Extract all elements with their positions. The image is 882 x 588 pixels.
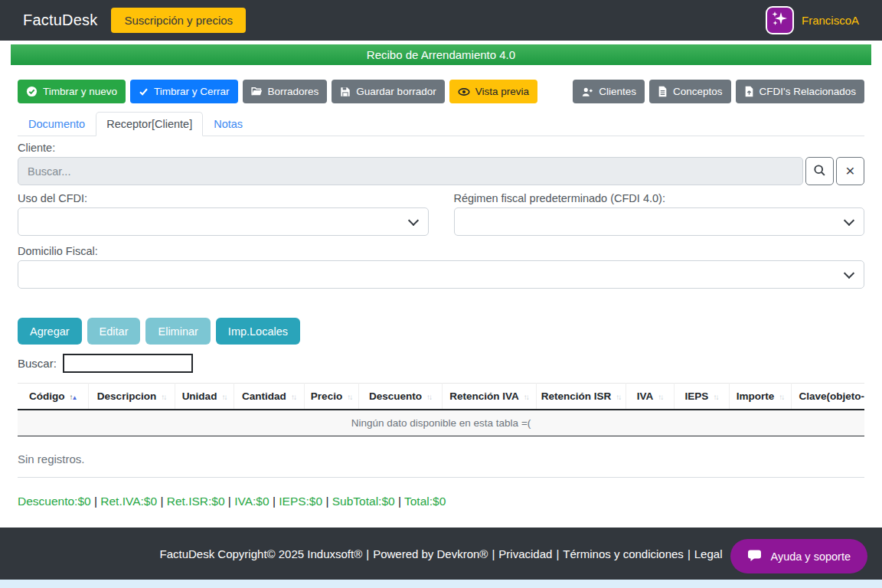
check-icon xyxy=(139,87,149,96)
column-header-descripcion[interactable]: Descripcion↑↓ xyxy=(88,384,175,410)
cliente-search-input[interactable] xyxy=(18,157,803,185)
user-avatar[interactable] xyxy=(766,6,794,34)
cfdis-relacionados-button[interactable]: CFDI's Relacionados xyxy=(736,80,864,103)
main-area: Recibo de Arrendamiento 4.0 Timbrar y nu… xyxy=(0,41,882,528)
save-icon xyxy=(340,87,351,97)
concepts-buscar-input[interactable] xyxy=(63,354,193,373)
totals-separator: | xyxy=(322,495,332,508)
search-button[interactable] xyxy=(805,157,834,185)
regimen-fiscal-select[interactable] xyxy=(454,207,865,236)
sort-icon: ↑↓ xyxy=(524,393,528,401)
navbar-user-area: FranciscoA xyxy=(766,6,859,34)
app-logo[interactable]: FactuDesk xyxy=(23,11,97,29)
concepts-buscar-label: Buscar: xyxy=(18,357,57,370)
tab-notas[interactable]: Notas xyxy=(203,112,253,136)
totals-separator: | xyxy=(157,495,167,508)
button-label: Timbrar y Cerrar xyxy=(154,86,230,97)
document-title-banner: Recibo de Arrendamiento 4.0 xyxy=(11,44,871,65)
column-label: Precio xyxy=(311,390,342,402)
button-label: Clientes xyxy=(599,86,636,97)
column-header-retenci-n-iva[interactable]: Retención IVA↑↓ xyxy=(442,384,536,410)
button-label: Borradores xyxy=(268,86,319,97)
total-subtotal: SubTotal:$0 xyxy=(332,495,395,508)
totals-separator: | xyxy=(91,495,101,508)
footer-link-t-rminos-y-condiciones[interactable]: Términos y condiciones xyxy=(563,547,684,560)
column-header-importe[interactable]: Importe↑↓ xyxy=(729,384,791,410)
column-label: Cantidad xyxy=(242,390,286,402)
footer-separator: | xyxy=(362,547,373,560)
guardar-borrador-button[interactable]: Guardar borrador xyxy=(332,80,444,103)
cliente-label: Cliente: xyxy=(18,142,864,154)
total-ieps: IEPS:$0 xyxy=(279,495,322,508)
domicilio-fiscal-select[interactable] xyxy=(18,260,864,289)
action-toolbar: Timbrar y nuevo Timbrar y Cerrar Borrado… xyxy=(18,80,864,103)
uso-cfdi-label: Uso del CFDI: xyxy=(18,192,429,204)
column-label: Clave(objeto-in xyxy=(799,390,865,402)
concepts-filter-row: Buscar: xyxy=(18,354,864,373)
editar-button[interactable]: Editar xyxy=(87,318,141,345)
column-label: Código xyxy=(29,390,65,402)
column-header-descuento[interactable]: Descuento↑↓ xyxy=(358,384,442,410)
column-header-clave-objeto-in[interactable]: Clave(objeto-in↑↓ xyxy=(791,384,864,410)
timbrar-y-cerrar-button[interactable]: Timbrar y Cerrar xyxy=(130,80,238,103)
footer-link-legal[interactable]: Legal xyxy=(694,547,723,560)
button-label: CFDI's Relacionados xyxy=(760,86,856,97)
empty-table-message: Ningún dato disponible en esta tabla =( xyxy=(18,410,864,436)
column-header-retenci-n-isr[interactable]: Retención ISR↑↓ xyxy=(536,384,626,410)
column-label: Retención ISR xyxy=(541,390,612,402)
regimen-fiscal-label: Régimen fiscal predeterminado (CFDI 4.0)… xyxy=(454,192,865,204)
file-icon xyxy=(658,86,668,97)
conceptos-button[interactable]: Conceptos xyxy=(649,80,731,103)
close-icon: × xyxy=(845,162,854,178)
column-header-c-digo[interactable]: Código↑▲ xyxy=(18,384,88,410)
vista-previa-button[interactable]: Vista previa xyxy=(449,80,537,103)
timbrar-y-nuevo-button[interactable]: Timbrar y nuevo xyxy=(18,80,126,103)
page: FactuDesk Suscripción y precios Francisc… xyxy=(0,0,882,588)
sort-icon: ↑↓ xyxy=(713,393,717,401)
concepts-table-header-row: Código↑▲Descripcion↑↓Unidad↑↓Cantidad↑↓P… xyxy=(18,384,864,410)
borradores-button[interactable]: Borradores xyxy=(243,80,328,103)
username-label[interactable]: FranciscoA xyxy=(802,14,859,27)
help-support-button[interactable]: Ayuda y soporte xyxy=(730,539,867,573)
column-header-ieps[interactable]: IEPS↑↓ xyxy=(674,384,729,410)
no-records-text: Sin registros. xyxy=(18,452,864,466)
search-icon xyxy=(813,164,826,179)
column-header-iva[interactable]: IVA↑↓ xyxy=(626,384,674,410)
column-label: IVA xyxy=(637,390,654,402)
button-label: Timbrar y nuevo xyxy=(43,86,117,97)
total-iva: IVA:$0 xyxy=(234,495,269,508)
sort-icon: ↑↓ xyxy=(658,393,662,401)
sort-icon: ↑↓ xyxy=(221,393,226,401)
footer-link-privacidad[interactable]: Privacidad xyxy=(498,547,552,560)
column-header-cantidad[interactable]: Cantidad↑↓ xyxy=(234,384,304,410)
footer-separator: | xyxy=(488,547,498,560)
domicilio-fiscal-select-wrap xyxy=(18,260,864,289)
uso-cfdi-select-wrap xyxy=(18,207,429,236)
column-label: Descripcion xyxy=(97,390,156,402)
total-ret-isr: Ret.ISR:$0 xyxy=(167,495,225,508)
imp-locales-button[interactable]: Imp.Locales xyxy=(216,318,300,345)
clear-search-button[interactable]: × xyxy=(836,157,864,185)
total-total: Total:$0 xyxy=(404,495,446,508)
column-label: Retención IVA xyxy=(449,390,519,402)
column-label: Importe xyxy=(737,390,775,402)
toolbar-right-group: Clientes Conceptos CFDI's Relacionados xyxy=(573,80,864,103)
column-header-precio[interactable]: Precio↑↓ xyxy=(304,384,358,410)
footer-separator: | xyxy=(684,547,694,560)
clientes-button[interactable]: Clientes xyxy=(573,80,645,103)
button-label: Conceptos xyxy=(673,86,723,97)
uso-cfdi-select[interactable] xyxy=(18,207,429,236)
tab-receptor-cliente[interactable]: Receptor[Cliente] xyxy=(96,112,203,136)
totals-separator: | xyxy=(270,495,279,508)
tab-documento[interactable]: Documento xyxy=(18,112,96,136)
button-label: Ayuda y soporte xyxy=(770,550,851,563)
footer-copyright-powered-by-devkron: Powered by Devkron® xyxy=(373,547,488,560)
sort-icon: ↑↓ xyxy=(291,393,296,401)
subscription-button[interactable]: Suscripción y precios xyxy=(111,8,246,33)
column-header-unidad[interactable]: Unidad↑↓ xyxy=(175,384,234,410)
eliminar-button[interactable]: Eliminar xyxy=(145,318,210,345)
agregar-button[interactable]: Agregar xyxy=(18,318,82,345)
file-upload-icon xyxy=(744,86,754,97)
total-ret-iva: Ret.IVA:$0 xyxy=(100,495,157,508)
footer: FactuDesk Copyright© 2025 Induxsoft®|Pow… xyxy=(0,528,882,580)
